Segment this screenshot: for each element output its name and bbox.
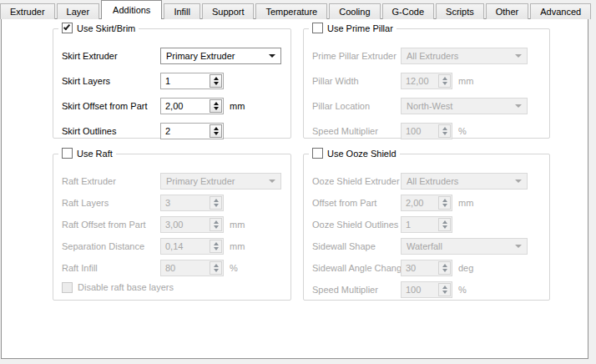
raft-separation-row: Separation Distance 0,14 mm	[62, 238, 282, 255]
raft-offset-spinner: 3,00	[160, 216, 224, 233]
chevron-down-icon	[515, 245, 522, 248]
skirt-brim-group: Use Skirt/Brim Skirt Extruder Primary Ex…	[53, 28, 291, 139]
raft-group-title: Use Raft	[58, 148, 116, 159]
ooze-extruder-label: Ooze Shield Extruder	[312, 176, 401, 186]
spinner-value: 30	[406, 263, 438, 273]
pillar-location-row: Pillar Location North-West	[312, 98, 541, 114]
spinner-buttons	[438, 218, 451, 231]
prime-pillar-group: Use Prime Pillar Prime Pillar Extruder A…	[303, 28, 550, 139]
unit-label: mm	[458, 198, 473, 208]
spinner-value: 100	[406, 126, 438, 136]
spin-down-icon	[214, 269, 219, 272]
use-skirt-brim-checkbox[interactable]	[62, 23, 73, 33]
tab-cooling[interactable]: Cooling	[329, 3, 380, 19]
dropdown-value: North-West	[407, 101, 512, 111]
spin-down-icon	[214, 204, 219, 207]
spinner-value: 1	[165, 76, 210, 86]
use-raft-checkbox[interactable]	[62, 148, 73, 159]
chevron-down-icon	[269, 179, 275, 183]
unit-label: mm	[230, 220, 245, 230]
sidewall-shape-row: Sidewall Shape Waterfall	[312, 238, 541, 255]
use-prime-pillar-checkbox[interactable]	[312, 23, 323, 33]
spinner-buttons	[438, 124, 451, 138]
pillar-width-row: Pillar Width 12,00 mm	[312, 73, 541, 89]
spinner-value: 2	[165, 126, 210, 136]
unit-label: mm	[230, 241, 245, 251]
tab-additions[interactable]: Additions	[101, 0, 162, 19]
spin-up-icon	[442, 220, 447, 224]
sidewall-angle-label: Sidewall Angle Change	[312, 263, 401, 273]
skirt-extruder-row: Skirt Extruder Primary Extruder	[62, 48, 282, 64]
spinner-buttons	[210, 218, 222, 231]
skirt-extruder-label: Skirt Extruder	[62, 51, 160, 61]
spin-down-icon	[214, 225, 219, 229]
tab-support[interactable]: Support	[202, 3, 255, 19]
spinner-value: 1	[406, 220, 438, 230]
spinner-buttons	[438, 283, 451, 296]
raft-extruder-row: Raft Extruder Primary Extruder	[62, 173, 282, 190]
prime-speed-spinner: 100	[401, 123, 452, 139]
spinner-buttons[interactable]	[210, 74, 222, 88]
sidewall-shape-dropdown: Waterfall	[401, 238, 528, 255]
disable-raft-base-label: Disable raft base layers	[78, 282, 174, 292]
dropdown-value: All Extruders	[407, 51, 512, 61]
tab-temperature[interactable]: Temperature	[255, 3, 327, 19]
spin-down-icon	[442, 291, 447, 294]
raft-infill-spinner: 80	[160, 260, 224, 276]
raft-infill-label: Raft Infill	[62, 263, 160, 273]
tab-other[interactable]: Other	[486, 3, 529, 19]
raft-extruder-dropdown: Primary Extruder	[160, 173, 281, 190]
disable-raft-base-row: Disable raft base layers	[62, 281, 282, 293]
raft-offset-row: Raft Offset from Part 3,00 mm	[62, 216, 282, 233]
spinner-value: 3	[165, 198, 210, 208]
spin-up-icon	[214, 77, 219, 80]
spin-up-icon	[442, 199, 447, 202]
tab-scripts[interactable]: Scripts	[436, 3, 484, 19]
use-ooze-shield-checkbox[interactable]	[312, 148, 323, 159]
spin-up-icon	[214, 242, 219, 245]
spinner-buttons[interactable]	[210, 124, 222, 138]
unit-label: %	[230, 263, 238, 273]
dropdown-value: Primary Extruder	[166, 51, 265, 61]
skirt-offset-spinner[interactable]: 2,00	[160, 98, 224, 114]
unit-label: mm	[230, 101, 245, 111]
tab-advanced[interactable]: Advanced	[530, 3, 591, 19]
skirt-layers-label: Skirt Layers	[62, 76, 160, 86]
spinner-value: 80	[165, 263, 210, 273]
spinner-value: 3,00	[165, 220, 210, 230]
tab-extruder[interactable]: Extruder	[0, 3, 55, 19]
spin-down-icon	[442, 132, 447, 135]
settings-tab-bar: Extruder Layer Additions Infill Support …	[0, 0, 593, 19]
spin-up-icon	[214, 220, 219, 224]
prime-extruder-label: Prime Pillar Extruder	[312, 51, 401, 61]
sidewall-angle-spinner: 30	[401, 260, 452, 276]
pillar-location-label: Pillar Location	[312, 101, 401, 111]
spinner-buttons	[210, 196, 222, 210]
ooze-speed-row: Speed Multiplier 100 %	[312, 281, 541, 298]
raft-layers-row: Raft Layers 3	[62, 195, 282, 211]
spin-down-icon	[214, 132, 219, 135]
checkmark-icon	[63, 23, 70, 31]
spinner-buttons	[210, 240, 222, 253]
skirt-outlines-spinner[interactable]: 2	[160, 123, 224, 139]
spin-down-icon	[442, 225, 447, 229]
group-title-label: Use Ooze Shield	[327, 149, 396, 159]
skirt-extruder-dropdown[interactable]: Primary Extruder	[160, 48, 281, 64]
skirt-layers-spinner[interactable]: 1	[160, 73, 224, 89]
ooze-extruder-dropdown: All Extruders	[401, 173, 528, 190]
pillar-width-label: Pillar Width	[312, 76, 401, 86]
sidewall-shape-label: Sidewall Shape	[312, 241, 401, 251]
tab-infill[interactable]: Infill	[164, 3, 200, 19]
raft-extruder-label: Raft Extruder	[62, 176, 160, 186]
prime-speed-row: Speed Multiplier 100 %	[312, 123, 541, 139]
spin-up-icon	[442, 286, 447, 289]
spin-down-icon	[442, 82, 447, 85]
tab-gcode[interactable]: G-Code	[382, 3, 435, 19]
spinner-buttons[interactable]	[210, 99, 222, 113]
spinner-value: 2,00	[406, 198, 438, 208]
spinner-buttons	[210, 261, 222, 275]
ooze-offset-label: Offset from Part	[312, 198, 401, 208]
raft-group: Use Raft Raft Extruder Primary Extruder …	[53, 154, 291, 301]
raft-layers-spinner: 3	[160, 195, 224, 211]
tab-layer[interactable]: Layer	[57, 3, 100, 19]
